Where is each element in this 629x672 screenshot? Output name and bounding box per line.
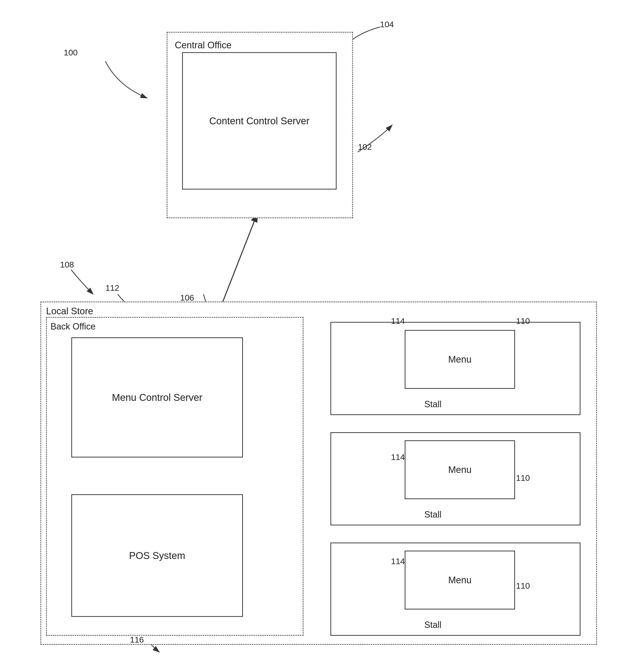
ref-114-1: 114 xyxy=(391,316,405,326)
content-control-server-label: Content Control Server xyxy=(209,116,309,126)
menu-control-server-label: Menu Control Server xyxy=(112,392,202,403)
ref-114-3: 114 xyxy=(391,556,405,566)
ref-100: 100 xyxy=(64,48,78,57)
menu-control-server-box: Menu Control Server xyxy=(71,337,243,457)
stall-3-box: Menu Stall xyxy=(331,543,580,636)
menu-1-box: Menu xyxy=(405,330,515,389)
pos-system-label: POS System xyxy=(129,550,185,561)
ref-114-2: 114 xyxy=(391,452,405,462)
back-office-label: Back Office xyxy=(50,321,95,332)
ref-116: 116 xyxy=(130,635,144,645)
stall-1-label: Stall xyxy=(424,399,441,409)
menu-3-box: Menu xyxy=(405,551,515,609)
menu-1-label: Menu xyxy=(448,354,471,365)
ref-106: 106 xyxy=(180,293,194,303)
local-store-box: Local Store Back Office Menu Control Ser… xyxy=(41,302,597,645)
ref-112: 112 xyxy=(105,283,119,293)
menu-2-label: Menu xyxy=(448,464,471,475)
menu-2-box: Menu xyxy=(405,440,515,499)
content-control-server-box: Content Control Server xyxy=(182,52,337,190)
back-office-box: Back Office Menu Control Server POS Syst… xyxy=(46,317,304,636)
ref-102: 102 xyxy=(358,142,372,152)
stall-1-box: Menu Stall xyxy=(331,322,580,415)
stall-3-label: Stall xyxy=(424,620,441,630)
stall-2-label: Stall xyxy=(424,509,441,520)
local-store-label: Local Store xyxy=(46,306,93,316)
ref-104: 104 xyxy=(380,20,394,29)
ref-110-1: 110 xyxy=(516,316,530,326)
stall-2-box: Menu Stall xyxy=(331,432,580,525)
ref-110-3: 110 xyxy=(516,581,530,591)
ref-110-2: 110 xyxy=(516,473,530,483)
ref-108: 108 xyxy=(60,260,74,269)
pos-system-box: POS System xyxy=(71,494,243,617)
menu-3-label: Menu xyxy=(448,575,471,585)
central-office-box: Central Office Content Control Server xyxy=(167,32,353,218)
central-office-label: Central Office xyxy=(175,40,232,50)
diagram: 100 104 Central Office Content Control S… xyxy=(0,0,629,672)
